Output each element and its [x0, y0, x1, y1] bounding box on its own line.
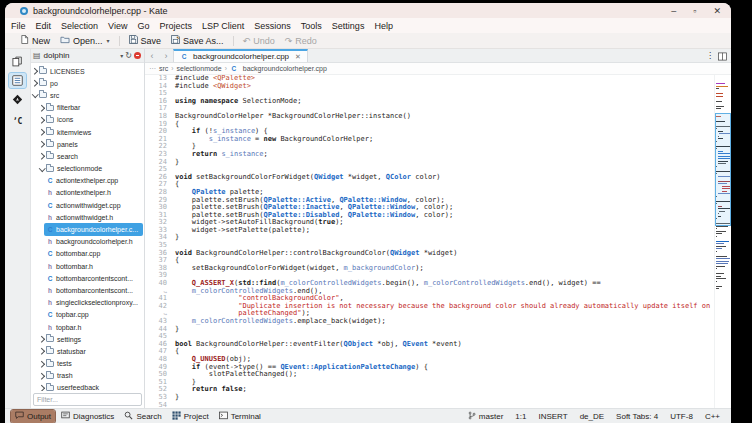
redo-button[interactable]: ↷Redo — [280, 34, 322, 48]
new-button[interactable]: New — [15, 34, 55, 48]
chevron-down-icon[interactable]: ▾ — [120, 52, 123, 59]
breadcrumb-overflow-icon[interactable]: ⋯ — [149, 65, 156, 73]
dock-documents-button[interactable] — [9, 54, 26, 69]
menu-settings[interactable]: Settings — [327, 21, 370, 31]
filter-input[interactable]: Filter... — [33, 393, 142, 406]
breadcrumb-item[interactable]: backgroundcolorhelper.cpp — [243, 65, 327, 72]
tree-item-actionwithwidget-h[interactable]: hactionwithwidget.h — [31, 211, 144, 223]
minimize-button[interactable]: – — [671, 7, 676, 15]
chevron-collapsed-icon[interactable] — [39, 117, 45, 123]
code-view[interactable]: 13#include <QPalette>14#include <QWidget… — [145, 75, 731, 408]
chevron-collapsed-icon[interactable] — [39, 105, 45, 111]
tree-item-src[interactable]: src — [31, 89, 144, 101]
statusbar-insert-indicator[interactable]: INSERT — [538, 412, 567, 421]
open-button[interactable]: Open...▾ — [55, 34, 115, 48]
menu-lsp-client[interactable]: LSP Client — [197, 21, 249, 31]
statusbar-master-indicator[interactable]: master — [468, 411, 503, 422]
tree-item-settings[interactable]: settings — [31, 333, 144, 345]
minimap-view-rect[interactable] — [715, 113, 731, 226]
menu-projects[interactable]: Projects — [154, 21, 197, 31]
tree-item-panels[interactable]: panels — [31, 138, 144, 150]
tree-item-actiontexthelper-cpp[interactable]: Cactiontexthelper.cpp — [31, 175, 144, 187]
nav-back-icon[interactable]: ‹ — [145, 49, 159, 62]
dock-file-tree-button[interactable] — [9, 73, 26, 88]
statusbar-c--indicator[interactable]: C++ — [705, 412, 720, 421]
refresh-icon[interactable]: ↻ — [125, 51, 132, 60]
menu-help[interactable]: Help — [369, 21, 398, 31]
tab-close-icon[interactable]: ✕ — [295, 53, 301, 61]
tab-overflow-icon[interactable]: ⋮ — [706, 51, 714, 60]
minimap-scrollbar[interactable] — [714, 75, 731, 408]
statusbar-1-1-indicator[interactable]: 1:1 — [515, 412, 526, 421]
statusbar-output-button[interactable]: Output — [11, 410, 55, 423]
tab-backgroundcolorhelper[interactable]: C backgroundcolorhelper.cpp ✕ — [173, 49, 308, 62]
tree-item-actionwithwidget-cpp[interactable]: Cactionwithwidget.cpp — [31, 199, 144, 211]
menu-selection[interactable]: Selection — [56, 21, 103, 31]
chevron-collapsed-icon[interactable] — [39, 385, 45, 391]
save-button[interactable]: Save — [124, 34, 167, 48]
project-name[interactable]: dolphin — [44, 51, 119, 60]
dock-current-project-button[interactable]: ʼC — [9, 111, 26, 126]
tree-item-bottombar-h[interactable]: hbottombar.h — [31, 260, 144, 272]
chevron-expanded-icon[interactable] — [32, 92, 38, 98]
chevron-collapsed-icon[interactable] — [39, 336, 45, 342]
undo-button[interactable]: ↶Undo — [238, 34, 280, 48]
menu-view[interactable]: View — [103, 21, 132, 31]
tree-item-bottombarcontentscont-[interactable]: Cbottombarcontentscont... — [31, 272, 144, 284]
statusbar-utf-8-indicator[interactable]: UTF-8 — [670, 412, 693, 421]
tree-item-po[interactable]: po — [31, 77, 144, 89]
titlebar[interactable]: backgroundcolorhelper.cpp - Kate –▫✕ — [5, 3, 731, 18]
chevron-collapsed-icon[interactable] — [39, 153, 45, 159]
statusbar-terminal-button[interactable]: Terminal — [215, 410, 265, 423]
tree-item-tests[interactable]: tests — [31, 358, 144, 370]
tree-item-icons[interactable]: icons — [31, 114, 144, 126]
tree-item-label: singleclickselectionproxy... — [56, 299, 138, 306]
chevron-collapsed-icon[interactable] — [39, 141, 45, 147]
tree-item-licenses[interactable]: LICENSES — [31, 65, 144, 77]
statusbar-soft-tabs-4-indicator[interactable]: Soft Tabs: 4 — [616, 412, 658, 421]
breadcrumb-item[interactable]: selectionmode — [177, 65, 222, 72]
close-button[interactable]: ✕ — [713, 7, 721, 15]
tree-item-topbar-cpp[interactable]: Ctopbar.cpp — [31, 309, 144, 321]
tree-item-selectionmode[interactable]: selectionmode — [31, 163, 144, 175]
tree-item-backgroundcolorhelper-c-[interactable]: Cbackgroundcolorhelper.c... — [31, 223, 144, 235]
chevron-collapsed-icon[interactable] — [32, 68, 38, 74]
tree-item-trash[interactable]: trash — [31, 370, 144, 382]
menu-file[interactable]: File — [6, 21, 31, 31]
chevron-collapsed-icon[interactable] — [39, 129, 45, 135]
tree-item-search[interactable]: search — [31, 150, 144, 162]
tree-item-filterbar[interactable]: filterbar — [31, 102, 144, 114]
maximize-button[interactable]: ▫ — [693, 7, 696, 15]
chevron-collapsed-icon[interactable] — [39, 361, 45, 367]
output-icon — [15, 411, 24, 422]
tree-item-bottombar-cpp[interactable]: Cbottombar.cpp — [31, 248, 144, 260]
tree-item-topbar-h[interactable]: htopbar.h — [31, 321, 144, 333]
statusbar-project-button[interactable]: Project — [168, 410, 213, 423]
menu-sessions[interactable]: Sessions — [249, 21, 296, 31]
chevron-collapsed-icon[interactable] — [32, 80, 38, 86]
tree-item-userfeedback[interactable]: userfeedback — [31, 382, 144, 391]
menu-tools[interactable]: Tools — [296, 21, 327, 31]
statusbar-diagnostics-button[interactable]: Diagnostics — [57, 410, 118, 423]
tree-item-bottombarcontentscont-[interactable]: hbottombarcontentscont... — [31, 284, 144, 296]
statusbar-de-de-indicator[interactable]: de_DE — [580, 412, 604, 421]
tree-item-kitemviews[interactable]: kitemviews — [31, 126, 144, 138]
breadcrumb-item[interactable]: src — [159, 65, 168, 72]
nav-forward-icon[interactable]: › — [159, 49, 173, 62]
save-as-button[interactable]: Save As... — [166, 34, 229, 48]
menu-go[interactable]: Go — [132, 21, 154, 31]
menu-edit[interactable]: Edit — [31, 21, 57, 31]
tree-item-actiontexthelper-h[interactable]: hactiontexthelper.h — [31, 187, 144, 199]
statusbar-search-button[interactable]: Search — [120, 410, 165, 423]
tree-item-backgroundcolorhelper-h[interactable]: hbackgroundcolorhelper.h — [31, 236, 144, 248]
chevron-expanded-icon[interactable] — [39, 166, 45, 172]
split-view-icon[interactable] — [718, 47, 727, 65]
dock-git-button[interactable] — [9, 92, 26, 107]
cpp-file-icon: C — [46, 226, 54, 233]
chevron-collapsed-icon[interactable] — [39, 348, 45, 354]
tree-item-singleclickselectionproxy-[interactable]: hsingleclickselectionproxy... — [31, 297, 144, 309]
stop-icon[interactable] — [134, 52, 141, 59]
minimap-line — [716, 278, 726, 279]
chevron-collapsed-icon[interactable] — [39, 373, 45, 379]
tree-item-statusbar[interactable]: statusbar — [31, 345, 144, 357]
